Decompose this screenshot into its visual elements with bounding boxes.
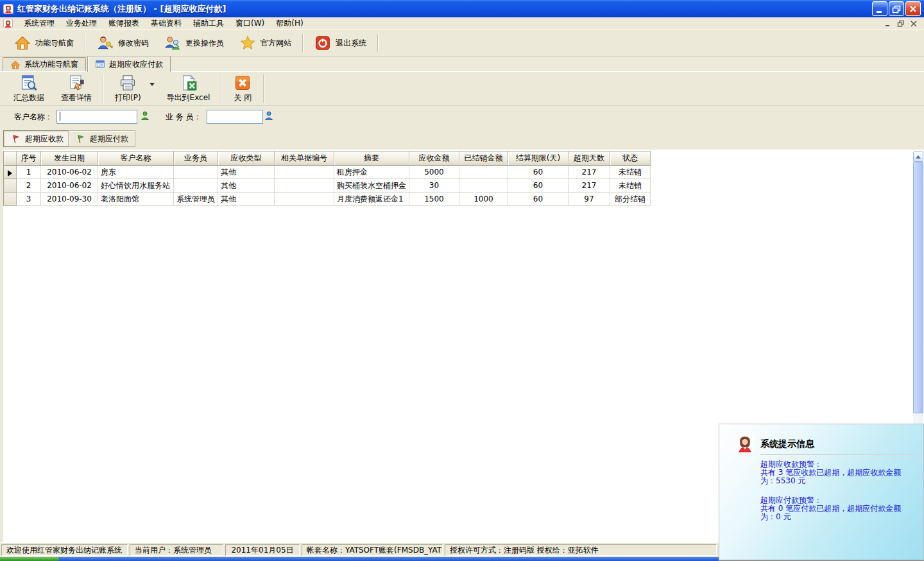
star-icon — [239, 35, 256, 51]
exit-system-label: 退出系统 — [336, 38, 366, 49]
overdue-receivable-view-button[interactable]: 超期应收款 — [3, 130, 71, 147]
table-row[interactable]: 2 2010-06-02 好心情饮用水服务站 其他 购买桶装水空桶押金 30 6… — [4, 179, 651, 193]
table-header-row: 序号 发生日期 客户名称 业务员 应收类型 相关单据编号 摘要 应收金额 已结销… — [4, 151, 651, 166]
print-button[interactable]: 打印(P) — [107, 72, 150, 105]
status-account-set: 帐套名称：YATSOFT账套(FMSDB_YATSOFT — [302, 544, 443, 556]
col-overdue-days[interactable]: 超期天数 — [569, 151, 610, 166]
cell-status: 部分结销 — [610, 193, 651, 206]
change-password-button[interactable]: 修改密码 — [89, 31, 157, 55]
salesman-label: 业 务 员： — [166, 112, 201, 123]
cell-salesman: 系统管理员 — [174, 193, 218, 206]
menu-tools[interactable]: 辅助工具 — [187, 17, 230, 30]
col-customer[interactable]: 客户名称 — [98, 151, 174, 166]
cell-date: 2010-06-02 — [41, 166, 98, 179]
col-status[interactable]: 状态 — [610, 151, 651, 166]
table-row[interactable]: 1 2010-06-02 房东 其他 租房押金 5000 60 217 未结销 — [4, 166, 651, 179]
customer-picker-icon[interactable] — [140, 110, 150, 121]
exit-system-button[interactable]: 退出系统 — [307, 31, 374, 55]
row-selector-cell[interactable] — [4, 166, 17, 179]
col-date[interactable]: 发生日期 — [41, 151, 98, 166]
cell-settled — [459, 179, 508, 193]
cell-type: 其他 — [218, 179, 275, 193]
customer-name-input[interactable] — [56, 110, 137, 124]
red-flag-icon — [10, 134, 21, 144]
menu-help[interactable]: 帮助(H) — [270, 17, 309, 30]
tab-overdue-receivable-payable[interactable]: 超期应收应付款 — [87, 56, 171, 72]
cell-customer: 房东 — [98, 166, 174, 179]
row-selector-cell[interactable] — [4, 179, 17, 193]
col-amount[interactable]: 应收金额 — [409, 151, 459, 166]
overdue-payable-view-label: 超期应付款 — [90, 134, 128, 144]
cell-type: 其他 — [218, 193, 275, 206]
text-caret — [60, 112, 60, 121]
scroll-up-button[interactable] — [913, 151, 923, 162]
cell-term: 60 — [508, 193, 569, 206]
cell-customer: 好心情饮用水服务站 — [98, 179, 174, 193]
cell-overdue: 97 — [569, 193, 610, 206]
col-doc-no[interactable]: 相关单据编号 — [275, 151, 334, 166]
nav-window-label: 功能导航窗 — [35, 38, 74, 49]
overdue-receivable-table: 序号 发生日期 客户名称 业务员 应收类型 相关单据编号 摘要 应收金额 已结销… — [3, 151, 651, 206]
print-dropdown-arrow-icon[interactable] — [150, 83, 155, 86]
detail-hand-icon — [67, 74, 86, 92]
official-website-button[interactable]: 官方网站 — [232, 31, 299, 55]
mdi-minimize-button[interactable] — [883, 19, 893, 28]
tab-nav-window[interactable]: 系统功能导航窗 — [3, 57, 86, 71]
menu-reports[interactable]: 账簿报表 — [103, 17, 145, 30]
col-seq[interactable]: 序号 — [17, 151, 41, 166]
export-excel-button[interactable]: 导出到Excel — [158, 72, 219, 105]
mdi-restore-button[interactable] — [896, 19, 906, 28]
view-detail-button[interactable]: 查看详情 — [53, 72, 100, 105]
menu-business[interactable]: 业务处理 — [60, 17, 103, 30]
close-button[interactable] — [905, 1, 921, 16]
notice-divider — [760, 454, 918, 455]
col-salesman[interactable]: 业务员 — [174, 151, 218, 166]
start-button[interactable] — [0, 557, 59, 561]
col-type[interactable]: 应收类型 — [218, 151, 275, 166]
overdue-payable-view-button[interactable]: 超期应付款 — [68, 130, 135, 147]
row-selector-cell[interactable] — [4, 193, 17, 206]
application-window: 红管家财务出纳记账系统（注册版） - [超期应收应付款] 系统管理 业务处理 账… — [0, 0, 924, 561]
cell-salesman — [174, 166, 218, 179]
menu-basedata[interactable]: 基础资料 — [145, 17, 187, 30]
close-page-button[interactable]: 关 闭 — [225, 72, 261, 105]
nav-window-button[interactable]: 功能导航窗 — [6, 31, 81, 55]
cell-status: 未结销 — [610, 179, 651, 193]
col-term[interactable]: 结算期限(天) — [508, 151, 569, 166]
printer-icon — [118, 74, 137, 92]
customer-name-label: 客户名称： — [14, 112, 53, 123]
mdi-close-button[interactable] — [909, 19, 919, 28]
status-date: 2011年01月05日 — [225, 544, 300, 556]
scrollbar-thumb[interactable] — [913, 162, 923, 413]
warning-line: 共有 0 笔应付款已超期，超期应付款金额 — [760, 505, 921, 513]
cell-status: 未结销 — [610, 166, 651, 179]
view-detail-label: 查看详情 — [61, 92, 92, 103]
table-row[interactable]: 3 2010-09-30 老洛阳面馆 系统管理员 其他 月度消费额返还金1 15… — [4, 193, 651, 206]
app-logo-icon — [3, 4, 13, 14]
receivable-warning: 超期应收款预警： 共有 3 笔应收款已超期，超期应收款金额 为：5530 元 — [760, 460, 921, 485]
col-settled[interactable]: 已结销金额 — [459, 151, 508, 166]
menu-window[interactable]: 窗口(W) — [230, 17, 270, 30]
assistant-avatar-icon — [735, 433, 755, 454]
view-switch-row: 超期应收款 超期应付款 — [0, 130, 924, 149]
cell-amount: 30 — [409, 179, 459, 193]
cell-term: 60 — [508, 166, 569, 179]
col-summary[interactable]: 摘要 — [334, 151, 409, 166]
restore-button[interactable] — [889, 1, 904, 16]
salesman-input[interactable] — [207, 110, 263, 124]
system-notice-popup: 系统提示信息 超期应收款预警： 共有 3 笔应收款已超期，超期应收款金额 为：5… — [719, 424, 924, 561]
menu-system[interactable]: 系统管理 — [18, 17, 60, 30]
minimize-button[interactable] — [872, 1, 887, 16]
summarize-data-button[interactable]: 汇总数据 — [5, 72, 53, 105]
green-flag-icon — [75, 134, 86, 144]
cell-term: 60 — [508, 179, 569, 193]
switch-operator-button[interactable]: 更换操作员 — [157, 31, 232, 55]
switch-operator-label: 更换操作员 — [185, 38, 224, 49]
salesman-picker-icon[interactable] — [264, 110, 274, 121]
toolbar-separator — [302, 34, 304, 52]
window-title: 红管家财务出纳记账系统（注册版） - [超期应收应付款] — [17, 3, 226, 15]
menu-bar: 系统管理 业务处理 账簿报表 基础资料 辅助工具 窗口(W) 帮助(H) — [0, 17, 924, 30]
status-current-user: 当前用户：系统管理员 — [130, 544, 223, 556]
col-selector — [4, 151, 17, 166]
cell-doc — [275, 179, 334, 193]
